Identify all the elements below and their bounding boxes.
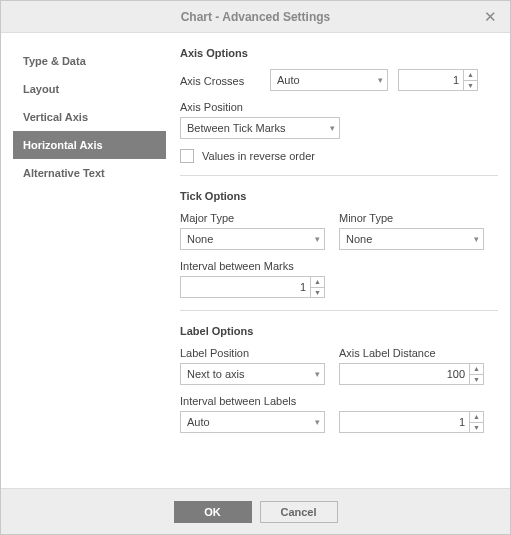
interval-labels-select[interactable]: Auto ▾ <box>180 411 325 433</box>
spinner-buttons: ▲ ▼ <box>469 364 483 384</box>
chevron-down-icon: ▾ <box>315 234 320 244</box>
spinner-up-icon[interactable]: ▲ <box>311 277 324 288</box>
sidebar: Type & Data Layout Vertical Axis Horizon… <box>13 43 166 488</box>
sidebar-item-type-data[interactable]: Type & Data <box>13 47 166 75</box>
spinner-buttons: ▲ ▼ <box>469 412 483 432</box>
dialog-body: Type & Data Layout Vertical Axis Horizon… <box>1 33 510 488</box>
spinner-down-icon[interactable]: ▼ <box>464 81 477 91</box>
reverse-order-label: Values in reverse order <box>202 150 315 162</box>
chevron-down-icon: ▾ <box>474 234 479 244</box>
chevron-down-icon: ▾ <box>315 369 320 379</box>
axis-label-distance-spinner[interactable]: 100 ▲ ▼ <box>339 363 484 385</box>
footer: OK Cancel <box>1 488 510 534</box>
axis-crosses-spinner[interactable]: 1 ▲ ▼ <box>398 69 478 91</box>
chevron-down-icon: ▾ <box>315 417 320 427</box>
label-options-title: Label Options <box>180 325 498 337</box>
axis-crosses-label: Axis Crosses <box>180 75 260 87</box>
label-position-label: Label Position <box>180 347 325 359</box>
label-position-select[interactable]: Next to axis ▾ <box>180 363 325 385</box>
spinner-up-icon[interactable]: ▲ <box>470 364 483 375</box>
interval-labels-label: Interval between Labels <box>180 395 498 407</box>
spinner-up-icon[interactable]: ▲ <box>464 70 477 81</box>
interval-marks-spinner[interactable]: 1 ▲ ▼ <box>180 276 325 298</box>
titlebar: Chart - Advanced Settings ✕ <box>1 1 510 33</box>
sidebar-item-vertical-axis[interactable]: Vertical Axis <box>13 103 166 131</box>
cancel-button[interactable]: Cancel <box>260 501 338 523</box>
spinner-down-icon[interactable]: ▼ <box>311 288 324 298</box>
major-type-label: Major Type <box>180 212 325 224</box>
spinner-buttons: ▲ ▼ <box>463 70 477 90</box>
chevron-down-icon: ▾ <box>378 75 383 85</box>
spinner-up-icon[interactable]: ▲ <box>470 412 483 423</box>
dialog-title: Chart - Advanced Settings <box>1 10 510 24</box>
interval-marks-label: Interval between Marks <box>180 260 498 272</box>
content: Axis Options Axis Crosses Auto ▾ 1 ▲ <box>166 43 498 488</box>
spinner-down-icon[interactable]: ▼ <box>470 375 483 385</box>
major-type-select[interactable]: None ▾ <box>180 228 325 250</box>
sidebar-item-alternative-text[interactable]: Alternative Text <box>13 159 166 187</box>
minor-type-label: Minor Type <box>339 212 484 224</box>
spinner-down-icon[interactable]: ▼ <box>470 423 483 433</box>
ok-button[interactable]: OK <box>174 501 252 523</box>
divider <box>180 310 498 311</box>
axis-label-distance-label: Axis Label Distance <box>339 347 484 359</box>
dialog: Chart - Advanced Settings ✕ Type & Data … <box>0 0 511 535</box>
axis-options-title: Axis Options <box>180 47 498 59</box>
divider <box>180 175 498 176</box>
minor-type-select[interactable]: None ▾ <box>339 228 484 250</box>
sidebar-item-horizontal-axis[interactable]: Horizontal Axis <box>13 131 166 159</box>
interval-labels-spinner[interactable]: 1 ▲ ▼ <box>339 411 484 433</box>
close-icon[interactable]: ✕ <box>476 1 504 33</box>
axis-crosses-select[interactable]: Auto ▾ <box>270 69 388 91</box>
spinner-buttons: ▲ ▼ <box>310 277 324 297</box>
tick-options-title: Tick Options <box>180 190 498 202</box>
sidebar-item-layout[interactable]: Layout <box>13 75 166 103</box>
chevron-down-icon: ▾ <box>330 123 335 133</box>
axis-position-label: Axis Position <box>180 101 498 113</box>
reverse-order-checkbox[interactable] <box>180 149 194 163</box>
axis-position-select[interactable]: Between Tick Marks ▾ <box>180 117 340 139</box>
